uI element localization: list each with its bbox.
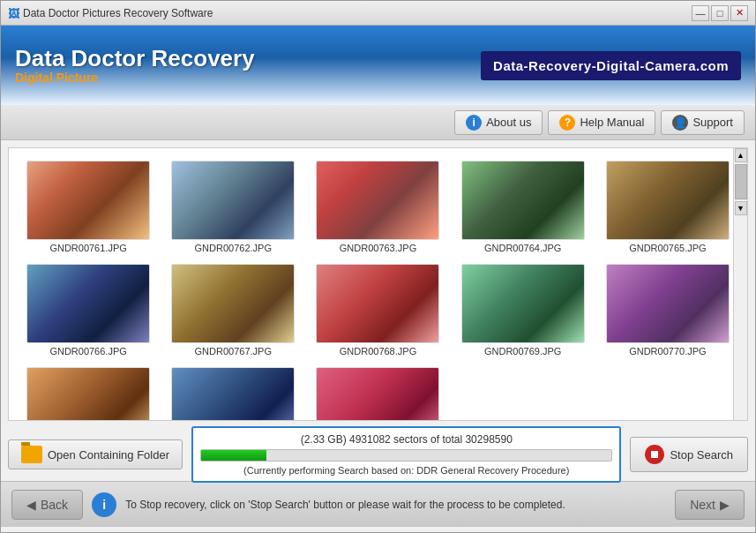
photo-filename: GNDR00764.JPG bbox=[484, 243, 561, 253]
photo-filename: GNDR00768.JPG bbox=[340, 346, 416, 357]
photo-item[interactable]: GNDR00770.JPG bbox=[595, 259, 740, 362]
back-arrow-icon: ◀ bbox=[26, 498, 36, 512]
photo-filename: GNDR00763.JPG bbox=[340, 243, 416, 253]
maximize-button[interactable]: □ bbox=[711, 5, 729, 21]
photo-item[interactable]: GNDR00762.JPG bbox=[161, 155, 305, 259]
open-folder-button[interactable]: Open Containing Folder bbox=[8, 439, 183, 469]
open-folder-label: Open Containing Folder bbox=[48, 448, 169, 462]
domain-label: Data-Recovery-Digital-Camera.com bbox=[481, 51, 741, 80]
photo-thumbnail bbox=[606, 264, 730, 343]
help-manual-button[interactable]: ? Help Manual bbox=[548, 110, 655, 135]
next-arrow-icon: ▶ bbox=[720, 498, 730, 512]
photo-item[interactable]: GNDR00769.JPG bbox=[451, 259, 595, 362]
photo-item[interactable]: GNDR00767.JPG bbox=[161, 259, 305, 362]
minimize-button[interactable]: — bbox=[692, 5, 709, 21]
support-icon: 👤 bbox=[672, 115, 688, 131]
photo-thumbnail bbox=[606, 161, 730, 240]
photo-thumbnail bbox=[171, 264, 295, 343]
photo-thumbnail bbox=[461, 161, 585, 240]
scroll-down-arrow[interactable]: ▼ bbox=[735, 201, 747, 215]
back-button[interactable]: ◀ Back bbox=[11, 490, 83, 520]
photo-filename: GNDR00767.JPG bbox=[195, 346, 272, 357]
app-subtitle: Digital Picture bbox=[15, 71, 481, 85]
photo-thumbnail bbox=[171, 161, 295, 240]
photo-thumbnail bbox=[316, 367, 439, 420]
info-icon: i bbox=[466, 115, 482, 131]
photo-thumbnail bbox=[26, 161, 150, 240]
photo-grid: GNDR00761.JPGGNDR00762.JPGGNDR00763.JPGG… bbox=[9, 148, 747, 420]
photo-thumbnail bbox=[316, 264, 439, 343]
photo-item[interactable]: GNDR00761.JPG bbox=[16, 155, 161, 259]
footer-info-icon: i bbox=[92, 492, 116, 517]
app-logo: Data Doctor Recovery Digital Picture bbox=[15, 46, 481, 86]
photo-item[interactable]: GNDR00766.JPG bbox=[16, 259, 161, 362]
next-button[interactable]: Next ▶ bbox=[675, 490, 745, 520]
photo-filename: GNDR00766.JPG bbox=[49, 346, 126, 357]
titlebar-title: Data Doctor Pictures Recovery Software bbox=[23, 7, 692, 19]
photo-thumbnail bbox=[171, 367, 295, 420]
app-title: Data Doctor Recovery bbox=[15, 46, 481, 71]
navbar: i About us ? Help Manual 👤 Support bbox=[1, 105, 755, 140]
scrollbar[interactable]: ▲ ▼ bbox=[733, 148, 747, 420]
photo-item[interactable]: GNDR00764.JPG bbox=[451, 155, 595, 259]
photo-item[interactable]: GNDR00765.JPG bbox=[595, 155, 740, 259]
photo-filename: GNDR00770.JPG bbox=[629, 346, 706, 357]
photo-thumbnail bbox=[461, 264, 585, 343]
footer: ◀ Back i To Stop recovery, click on 'Sto… bbox=[1, 481, 755, 527]
help-manual-label: Help Manual bbox=[580, 116, 644, 129]
photo-item[interactable]: GNDR00771.JPG bbox=[16, 362, 161, 420]
photo-filename: GNDR00765.JPG bbox=[629, 243, 706, 253]
about-us-button[interactable]: i About us bbox=[454, 110, 543, 135]
photo-thumbnail bbox=[316, 161, 439, 240]
help-icon: ? bbox=[559, 115, 575, 131]
photo-item[interactable]: GNDR00768.JPG bbox=[305, 259, 450, 362]
close-button[interactable]: ✕ bbox=[730, 5, 748, 21]
header: Data Doctor Recovery Digital Picture Dat… bbox=[1, 26, 755, 105]
folder-icon bbox=[21, 446, 42, 463]
photo-item[interactable]: GNDR00773.JPG bbox=[305, 362, 450, 420]
progress-bar-fill bbox=[201, 450, 266, 461]
titlebar-controls: — □ ✕ bbox=[692, 5, 748, 21]
progress-sub-text: (Currently performing Search based on: D… bbox=[200, 465, 612, 476]
photo-filename: GNDR00761.JPG bbox=[49, 243, 126, 253]
support-button[interactable]: 👤 Support bbox=[661, 110, 745, 135]
progress-sectors-text: (2.33 GB) 4931082 sectors of total 30298… bbox=[200, 433, 612, 446]
progress-container: (2.33 GB) 4931082 sectors of total 30298… bbox=[191, 426, 621, 483]
progress-bar-background bbox=[200, 449, 612, 462]
titlebar: 🖼 Data Doctor Pictures Recovery Software… bbox=[1, 1, 755, 26]
photo-thumbnail bbox=[26, 367, 150, 420]
titlebar-icon: 🖼 bbox=[8, 5, 19, 21]
about-us-label: About us bbox=[486, 116, 531, 129]
stop-search-button[interactable]: ⏹ Stop Search bbox=[630, 437, 748, 472]
next-label: Next bbox=[690, 498, 715, 512]
photo-thumbnail bbox=[26, 264, 150, 343]
footer-info-text: To Stop recovery, click on 'Stop Search'… bbox=[125, 499, 666, 511]
stop-icon: ⏹ bbox=[645, 445, 664, 464]
photo-item[interactable]: GNDR00772.JPG bbox=[161, 362, 305, 420]
scroll-up-arrow[interactable]: ▲ bbox=[735, 148, 747, 162]
photo-grid-container: GNDR00761.JPGGNDR00762.JPGGNDR00763.JPGG… bbox=[8, 147, 748, 421]
photo-item[interactable]: GNDR00763.JPG bbox=[305, 155, 450, 259]
stop-search-label: Stop Search bbox=[670, 448, 733, 462]
photo-filename: GNDR00769.JPG bbox=[484, 346, 561, 357]
support-label: Support bbox=[692, 116, 733, 129]
photo-filename: GNDR00762.JPG bbox=[195, 243, 272, 253]
bottom-area: Open Containing Folder (2.33 GB) 4931082… bbox=[1, 428, 755, 481]
back-label: Back bbox=[41, 498, 68, 512]
scroll-thumb[interactable] bbox=[735, 164, 747, 199]
